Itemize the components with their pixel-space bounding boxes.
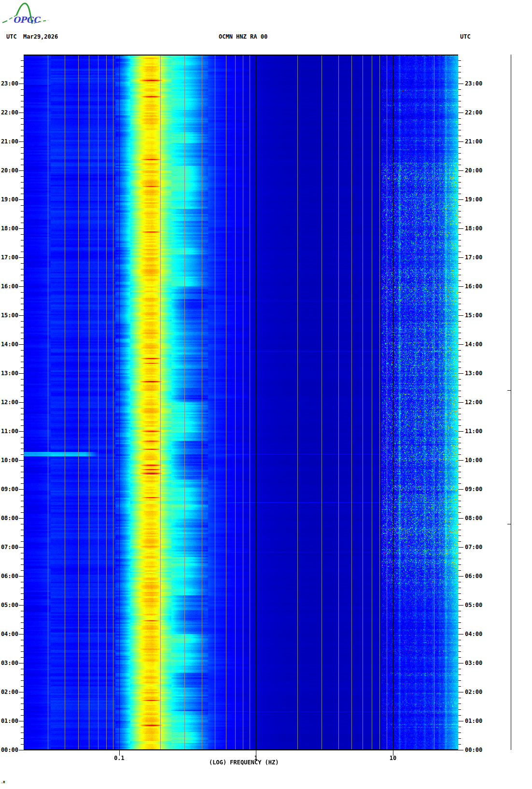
x-tick-label: 10 bbox=[390, 755, 397, 761]
y-minor-tick-left bbox=[21, 588, 24, 588]
y-minor-tick-left bbox=[21, 391, 24, 391]
y-minor-tick-left bbox=[21, 535, 24, 536]
y-minor-tick-left bbox=[21, 559, 24, 559]
y-major-tick-left bbox=[19, 576, 24, 577]
y-minor-tick-right bbox=[458, 176, 461, 177]
y-tick-label-right: 23:00 bbox=[465, 81, 487, 86]
y-tick-label-right: 19:00 bbox=[465, 197, 487, 202]
y-major-tick-left bbox=[19, 170, 24, 171]
y-minor-tick-right bbox=[458, 657, 461, 658]
y-minor-tick-right bbox=[458, 530, 461, 530]
y-major-tick-right bbox=[458, 721, 463, 721]
y-major-tick-left bbox=[19, 199, 24, 200]
y-minor-tick-right bbox=[458, 194, 461, 194]
y-tick-label-left: 07:00 bbox=[0, 544, 18, 550]
y-tick-label-right: 04:00 bbox=[465, 631, 487, 637]
y-minor-tick-right bbox=[458, 205, 461, 206]
y-tick-label-left: 02:00 bbox=[0, 689, 18, 695]
y-major-tick-right bbox=[458, 663, 463, 663]
y-minor-tick-left bbox=[21, 275, 24, 275]
y-tick-label-left: 19:00 bbox=[0, 197, 18, 202]
y-tick-label-left: 05:00 bbox=[0, 602, 18, 608]
y-major-tick-left bbox=[19, 228, 24, 229]
y-tick-label-left: 11:00 bbox=[0, 428, 18, 434]
y-minor-tick-right bbox=[458, 246, 461, 246]
y-minor-tick-left bbox=[21, 78, 24, 78]
y-minor-tick-right bbox=[458, 686, 461, 687]
y-minor-tick-left bbox=[21, 176, 24, 177]
y-minor-tick-left bbox=[21, 292, 24, 293]
y-minor-tick-left bbox=[21, 651, 24, 652]
y-minor-tick-left bbox=[21, 599, 24, 600]
y-minor-tick-right bbox=[458, 570, 461, 571]
y-minor-tick-left bbox=[21, 362, 24, 362]
y-minor-tick-right bbox=[458, 124, 461, 125]
y-major-tick-left bbox=[19, 692, 24, 692]
y-minor-tick-left bbox=[21, 72, 24, 72]
y-minor-tick-right bbox=[458, 512, 461, 513]
y-tick-label-left: 08:00 bbox=[0, 515, 18, 521]
y-minor-tick-left bbox=[21, 269, 24, 269]
y-tick-label-right: 21:00 bbox=[465, 139, 487, 144]
y-minor-tick-left bbox=[21, 240, 24, 240]
y-minor-tick-left bbox=[21, 234, 24, 235]
y-minor-tick-left bbox=[21, 478, 24, 478]
logo-text: OPGC bbox=[13, 15, 41, 25]
y-tick-label-left: 10:00 bbox=[0, 457, 18, 463]
y-tick-label-right: 01:00 bbox=[465, 718, 487, 724]
y-minor-tick-right bbox=[458, 472, 461, 472]
y-major-tick-left bbox=[19, 547, 24, 548]
y-minor-tick-right bbox=[458, 182, 461, 183]
y-minor-tick-left bbox=[21, 507, 24, 507]
y-minor-tick-left bbox=[21, 124, 24, 125]
y-tick-label-left: 12:00 bbox=[0, 399, 18, 405]
y-minor-tick-right bbox=[458, 640, 461, 640]
y-tick-label-right: 10:00 bbox=[465, 457, 487, 463]
y-minor-tick-right bbox=[458, 367, 461, 368]
y-major-tick-right bbox=[458, 402, 463, 403]
y-major-tick-left bbox=[19, 634, 24, 634]
y-minor-tick-right bbox=[458, 223, 461, 223]
y-minor-tick-right bbox=[458, 466, 461, 466]
y-minor-tick-left bbox=[21, 281, 24, 281]
y-tick-label-right: 00:00 bbox=[465, 747, 487, 753]
y-minor-tick-right bbox=[458, 252, 461, 252]
y-tick-label-right: 18:00 bbox=[465, 225, 487, 231]
y-tick-label-left: 17:00 bbox=[0, 254, 18, 260]
y-minor-tick-left bbox=[21, 524, 24, 524]
y-minor-tick-left bbox=[21, 530, 24, 530]
y-minor-tick-left bbox=[21, 704, 24, 704]
y-minor-tick-left bbox=[21, 408, 24, 409]
y-minor-tick-right bbox=[458, 669, 461, 669]
y-minor-tick-left bbox=[21, 640, 24, 640]
y-minor-tick-right bbox=[458, 744, 461, 745]
y-minor-tick-right bbox=[458, 593, 461, 594]
y-minor-tick-right bbox=[458, 60, 461, 61]
y-major-tick-left bbox=[19, 286, 24, 287]
y-minor-tick-right bbox=[458, 478, 461, 478]
y-tick-label-right: 13:00 bbox=[465, 370, 487, 376]
y-minor-tick-left bbox=[21, 95, 24, 96]
y-tick-label-left: 03:00 bbox=[0, 660, 18, 666]
y-tick-label-right: 05:00 bbox=[465, 602, 487, 608]
y-minor-tick-right bbox=[458, 165, 461, 165]
y-major-tick-left bbox=[19, 431, 24, 432]
y-minor-tick-left bbox=[21, 350, 24, 351]
y-minor-tick-right bbox=[458, 414, 461, 414]
y-minor-tick-left bbox=[21, 130, 24, 130]
y-minor-tick-right bbox=[458, 217, 461, 217]
y-minor-tick-right bbox=[458, 507, 461, 507]
y-minor-tick-left bbox=[21, 136, 24, 136]
y-minor-tick-right bbox=[458, 356, 461, 356]
y-major-tick-left bbox=[19, 141, 24, 142]
y-minor-tick-right bbox=[458, 628, 461, 629]
y-minor-tick-right bbox=[458, 269, 461, 269]
y-minor-tick-left bbox=[21, 327, 24, 327]
right-margin-line bbox=[511, 55, 511, 750]
y-minor-tick-left bbox=[21, 420, 24, 420]
y-minor-tick-left bbox=[21, 622, 24, 623]
y-minor-tick-left bbox=[21, 223, 24, 223]
y-minor-tick-left bbox=[21, 669, 24, 669]
y-tick-label-right: 22:00 bbox=[465, 110, 487, 115]
y-minor-tick-right bbox=[458, 263, 461, 264]
